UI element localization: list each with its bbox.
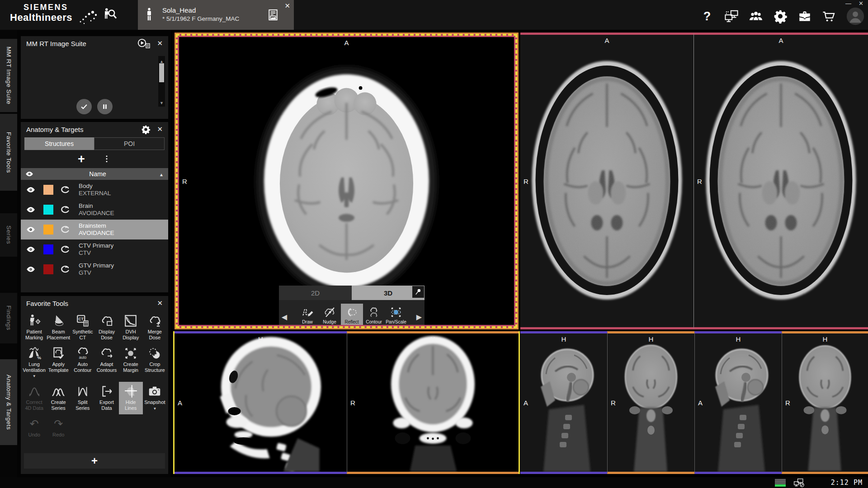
tool-button[interactable]: Apply Template ▼ xyxy=(46,344,71,382)
avatar-icon[interactable] xyxy=(846,7,864,25)
side-tab[interactable]: Series xyxy=(0,213,17,257)
tool-button[interactable]: auto Auto Contour ▼ xyxy=(71,344,94,382)
play-report-icon[interactable] xyxy=(137,38,151,49)
contour-tool-button[interactable]: Reflect Structures xyxy=(341,304,363,326)
add-tool-button[interactable]: + xyxy=(24,453,165,469)
scrollbar-thumb[interactable] xyxy=(159,63,164,82)
structure-row[interactable]: Brainstem AVOIDANCE xyxy=(21,220,168,239)
patient-tab[interactable]: Sola_Head * 5/1/1962 F Germany_MAC ✕ xyxy=(138,0,294,30)
accept-button[interactable] xyxy=(76,99,92,114)
add-structure-button[interactable]: + xyxy=(78,153,85,165)
help-icon[interactable]: ? xyxy=(700,9,714,23)
eye-icon[interactable] xyxy=(26,226,35,233)
viewport-coronal-mr-2[interactable]: H R xyxy=(782,331,868,474)
close-icon[interactable]: ✕ xyxy=(157,39,163,47)
arrow-right-icon[interactable]: ▶ xyxy=(415,313,424,321)
tool-button[interactable]: Crop Structure ▼ xyxy=(143,344,167,382)
tool-button[interactable]: Merge Dose ▼ xyxy=(143,311,167,344)
viewport-axial-mr-1[interactable]: A R xyxy=(520,33,693,329)
tool-button[interactable]: % Lung Ventilation ▼ xyxy=(22,344,46,382)
eye-icon[interactable] xyxy=(26,266,35,272)
structure-row[interactable]: CTV Primary CTV xyxy=(21,239,168,259)
briefcase-icon[interactable] xyxy=(797,9,812,23)
settings-icon[interactable] xyxy=(141,125,151,134)
window-minimize-button[interactable]: — xyxy=(845,0,851,7)
close-icon[interactable]: ✕ xyxy=(157,299,163,307)
tool-button[interactable]: DVH Display ▼ xyxy=(119,311,143,344)
tool-button[interactable]: Correct 4D Data ▼ xyxy=(22,382,46,414)
viewport-sagittal-ct[interactable]: H A xyxy=(175,331,347,474)
tool-button[interactable]: Snapshot ▼ xyxy=(143,382,167,414)
structure-color-swatch[interactable] xyxy=(43,205,53,215)
viewport-coronal-mr-1[interactable]: H R xyxy=(607,331,694,474)
close-icon[interactable]: ✕ xyxy=(157,125,163,133)
side-tab[interactable]: Findings xyxy=(0,293,17,343)
contour-icon[interactable] xyxy=(60,205,71,214)
contour-icon[interactable] xyxy=(60,185,71,194)
contour-tool-button[interactable]: Draw Freehand xyxy=(297,304,319,326)
eye-icon[interactable] xyxy=(26,187,35,193)
structure-color-swatch[interactable] xyxy=(43,264,53,274)
tool-button[interactable]: ↶ Undo ▼ xyxy=(22,414,46,441)
tool-button[interactable]: Split Series ▼ xyxy=(71,382,94,414)
users-icon[interactable] xyxy=(749,9,763,23)
dropdown-arrow-icon[interactable]: ▼ xyxy=(153,407,156,411)
display-dose-icon xyxy=(99,314,114,328)
contour-tool-button[interactable]: Nudge Contour xyxy=(319,304,341,326)
side-tab[interactable]: MM RT Image Suite xyxy=(0,39,17,112)
side-tab[interactable]: Favorite Tools xyxy=(0,114,17,191)
viewport-sagittal-mr-2[interactable]: H A xyxy=(694,331,782,474)
report-icon[interactable] xyxy=(267,8,279,22)
viewport-axial-ct[interactable]: A R 2D 3D ◀ D xyxy=(175,33,519,329)
structure-color-swatch[interactable] xyxy=(43,244,53,254)
side-tab[interactable]: Anatomy & Targets xyxy=(0,359,17,445)
contour-preview-icon xyxy=(367,305,381,319)
contour-icon[interactable] xyxy=(60,225,71,234)
viewport-coronal-ct[interactable]: H R xyxy=(347,331,519,474)
tab-structures[interactable]: Structures xyxy=(24,137,94,150)
pause-button[interactable] xyxy=(97,99,113,114)
contour-tool-row: Draw Freehand Nudge Contour Reflect Stru… xyxy=(289,304,415,326)
contour-tool-button[interactable]: Contour Preview xyxy=(363,304,385,326)
dropdown-arrow-icon[interactable]: ▼ xyxy=(33,374,36,378)
arrow-left-icon[interactable]: ◀ xyxy=(280,313,289,321)
contour-tool-button[interactable]: Pan/Scale Rotate xyxy=(385,304,407,326)
workstations-icon[interactable] xyxy=(724,9,739,23)
window-close-button[interactable]: ✕ xyxy=(859,0,863,7)
pin-icon[interactable] xyxy=(412,286,424,298)
tab-poi[interactable]: POI xyxy=(94,137,165,150)
structure-color-swatch[interactable] xyxy=(43,225,53,235)
tool-button[interactable]: Adapt Contours ▼ xyxy=(94,344,118,382)
tool-button[interactable]: Patient Marking ▼ xyxy=(22,311,46,344)
tool-button[interactable]: CT Synthetic CT ▼ xyxy=(71,311,94,344)
tool-button[interactable]: Display Dose ▼ xyxy=(94,311,118,344)
settings-icon[interactable] xyxy=(773,9,788,23)
tab-2d[interactable]: 2D xyxy=(279,286,352,300)
tool-button[interactable]: ↷ Redo ▼ xyxy=(46,414,71,441)
cart-icon[interactable] xyxy=(822,9,836,23)
structure-row[interactable]: Body EXTERNAL xyxy=(21,180,168,200)
mr-axial-image xyxy=(520,35,693,327)
tool-button[interactable]: Create Series ▼ xyxy=(46,382,71,414)
contour-icon[interactable] xyxy=(60,265,71,274)
contour-icon[interactable] xyxy=(60,245,71,254)
eye-icon[interactable] xyxy=(26,206,35,213)
close-patient-icon[interactable]: ✕ xyxy=(284,2,290,10)
tool-button[interactable]: Create Margin ▼ xyxy=(119,344,143,382)
structure-color-swatch[interactable] xyxy=(43,185,53,195)
ct-coronal-image xyxy=(347,333,519,472)
tool-button[interactable]: Hide Lines ▼ xyxy=(119,382,143,414)
structure-row[interactable]: GTV Primary GTV xyxy=(21,259,168,279)
sort-asc-icon[interactable]: ▲ xyxy=(159,170,164,178)
viewport-sagittal-mr-1[interactable]: H A xyxy=(520,331,607,474)
kebab-icon[interactable] xyxy=(102,154,111,164)
tool-button[interactable]: Beam Placement ▼ xyxy=(46,311,71,344)
tool-button[interactable]: Export Data ▼ xyxy=(94,382,118,414)
orientation-label-left: R xyxy=(182,177,187,185)
viewport-axial-mr-2[interactable]: A R xyxy=(693,33,868,329)
correct-4d-data-icon xyxy=(27,384,42,399)
structure-table-header[interactable]: Name ▲ xyxy=(21,168,168,180)
eye-icon[interactable] xyxy=(26,246,35,253)
structure-row[interactable]: Brain AVOIDANCE xyxy=(21,200,168,220)
patient-search-icon[interactable] xyxy=(101,7,118,23)
